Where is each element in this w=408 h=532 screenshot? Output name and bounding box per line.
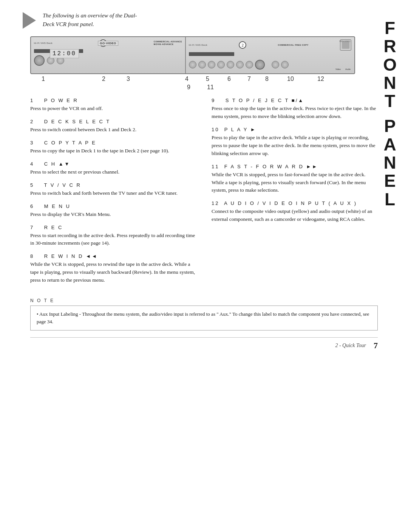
item-5-section: 5 T V / V C R Press to switch back and f…: [30, 182, 196, 197]
rec-button[interactable]: [217, 61, 225, 68]
deck2-controls-row: [189, 60, 351, 70]
play-button[interactable]: [246, 61, 253, 68]
deck2-top-row: Hi-Fi VHS Deck 2 COMMERCIAL FREE COPY: [189, 39, 351, 51]
rewind-button[interactable]: [227, 61, 234, 68]
item-11-section: 11 F A S T - F O R W A R D ►► While the …: [212, 164, 378, 195]
num-9: 9: [187, 84, 190, 91]
item-4-description: Press to select the next or previous cha…: [30, 168, 196, 176]
num-6: 6: [227, 76, 231, 82]
num-1: 1: [42, 76, 45, 82]
title-letter-o: O: [383, 56, 397, 74]
item-4-title: 4 C H ▲▼: [30, 161, 196, 167]
item-11-description: While the VCR is stopped, press to fast-…: [212, 171, 378, 195]
deck2-tape-slot: [189, 52, 234, 56]
vcr-display: 12:00: [50, 49, 79, 58]
footer-right: 2 - Quick Tour 7: [335, 341, 378, 351]
item-5-title: 5 T V / V C R: [30, 182, 196, 188]
num-5: 5: [206, 76, 209, 82]
diagram-numbers-row: 1 2 3 4 5 6 7 8 10 12 9 11: [30, 76, 355, 93]
header-triangle-icon: [23, 12, 36, 29]
right-column: 9 S T O P / E J E C T ■/▲ Press once to …: [212, 98, 378, 290]
model-number: DDV2001: [339, 40, 351, 42]
num-7: 7: [247, 76, 251, 82]
item-12-description: Connect to the composite video output (y…: [212, 208, 378, 223]
title-letter-t: T: [385, 92, 395, 110]
deck2-number: 2: [239, 41, 246, 49]
item-8-title: 8 R E W I N D ◄◄: [30, 253, 196, 259]
item-2-description: Press to switch control between Deck 1 a…: [30, 126, 196, 134]
deck2-hifi-label: Hi-Fi VHS Deck: [189, 44, 207, 46]
commercial-advance-block: COMMERCIAL·ADVANCE MOVIE·ADVANCE: [154, 40, 182, 46]
title-letter-l: L: [385, 190, 395, 208]
item-3-section: 3 C O P Y T A P E Press to copy the tape…: [30, 140, 196, 155]
note-box: • Aux Input Labeling - Throughout the me…: [30, 306, 378, 330]
deck1-top-row: Hi-Fi VHS Deck 1 COMMERCIAL·ADVANCE MOVI…: [34, 39, 182, 47]
video-input[interactable]: [272, 61, 279, 68]
header-line2: Deck VCR front panel.: [43, 21, 94, 27]
ch-up-down-button[interactable]: [189, 61, 196, 68]
num-2: 2: [102, 76, 105, 82]
note-label: N O T E: [30, 298, 378, 303]
title-letter-r: R: [383, 37, 396, 55]
num-4: 4: [185, 76, 189, 82]
audio-label: Audio: [345, 68, 351, 70]
item-11-title: 11 F A S T - F O R W A R D ►►: [212, 164, 378, 169]
item-1-section: 1 P O W E R Press to power the VCR on an…: [30, 98, 196, 113]
vcr-right-deck: Hi-Fi VHS Deck 2 COMMERCIAL FREE COPY: [186, 37, 354, 73]
left-column: 1 P O W E R Press to power the VCR on an…: [30, 98, 196, 290]
title-letter-f: F: [385, 19, 395, 37]
item-6-section: 6 M E N U Press to display the VCR's Mai…: [30, 203, 196, 219]
title-letter-n: N: [383, 74, 396, 92]
power-button[interactable]: [34, 55, 45, 66]
note-section: N O T E • Aux Input Labeling - Throughou…: [30, 298, 378, 330]
fast-forward-button[interactable]: [255, 60, 265, 70]
footer-page-number: 7: [374, 341, 378, 351]
header-area: The following is an overview of the Dual…: [23, 11, 363, 29]
go-video-logo: GO·VIDEO: [98, 41, 118, 46]
item-6-title: 6 M E N U: [30, 203, 196, 209]
item-4-section: 4 C H ▲▼ Press to select the next or pre…: [30, 161, 196, 176]
item-10-description: Press to play the tape in the active dec…: [212, 134, 378, 158]
item-3-description: Press to copy the tape in Deck 1 to the …: [30, 147, 196, 155]
stop-eject-button[interactable]: [236, 61, 244, 68]
item-12-section: 12 A U D I O / V I D E O I N P U T ( A U…: [212, 200, 378, 223]
main-content: 1 P O W E R Press to power the VCR on an…: [30, 98, 378, 290]
audio-input[interactable]: [281, 61, 289, 68]
vcr-diagram: Hi-Fi VHS Deck 1 COMMERCIAL·ADVANCE MOVI…: [30, 36, 355, 74]
item-8-description: While the VCR is stopped, press to rewin…: [30, 261, 196, 284]
item-9-title: 9 S T O P / E J E C T ■/▲: [212, 98, 378, 103]
note-bullet-text: • Aux Input Labeling - Throughout the me…: [37, 311, 369, 324]
item-1-description: Press to power the VCR on and off.: [30, 105, 196, 113]
title-letter-a: A: [383, 135, 396, 154]
item-5-description: Press to switch back and forth between t…: [30, 189, 196, 197]
menu-button[interactable]: [208, 61, 215, 68]
num-11: 11: [207, 84, 214, 91]
title-letter-e: E: [384, 172, 396, 190]
item-7-title: 7 R E C: [30, 225, 196, 230]
vcr-body: Hi-Fi VHS Deck 1 COMMERCIAL·ADVANCE MOVI…: [30, 36, 355, 74]
item-7-section: 7 R E C Press to start recording in the …: [30, 225, 196, 248]
num-10: 10: [287, 76, 294, 82]
av-labels: Video Audio: [335, 68, 351, 70]
footer: 2 - Quick Tour 7: [30, 337, 378, 351]
title-letter-n2: N: [383, 154, 396, 172]
item-12-title: 12 A U D I O / V I D E O I N P U T ( A U…: [212, 200, 378, 206]
side-title: F R O N T P A N E L: [383, 19, 397, 208]
item-3-title: 3 C O P Y T A P E: [30, 140, 196, 146]
item-9-section: 9 S T O P / E J E C T ■/▲ Press once to …: [212, 98, 378, 121]
item-10-title: 10 P L A Y ►: [212, 127, 378, 132]
tv-vcr-button[interactable]: [198, 61, 206, 68]
video-label: Video: [335, 68, 341, 70]
item-2-title: 2 D E C K S E L E C T: [30, 119, 196, 124]
header-line1: The following is an overview of the Dual…: [43, 12, 137, 19]
title-letter-p: P: [384, 117, 396, 135]
page-container: F R O N T P A N E L The following is an …: [0, 0, 408, 532]
item-6-description: Press to display the VCR's Main Menu.: [30, 211, 196, 219]
num-12: 12: [317, 76, 324, 82]
num-3: 3: [127, 76, 130, 82]
item-7-description: Press to start recording in the active d…: [30, 232, 196, 248]
item-2-section: 2 D E C K S E L E C T Press to switch co…: [30, 119, 196, 134]
commercial-free-copy-label: COMMERCIAL FREE COPY: [278, 44, 309, 46]
item-10-section: 10 P L A Y ► Press to play the tape in t…: [212, 127, 378, 158]
footer-label: 2 - Quick Tour: [335, 343, 366, 349]
